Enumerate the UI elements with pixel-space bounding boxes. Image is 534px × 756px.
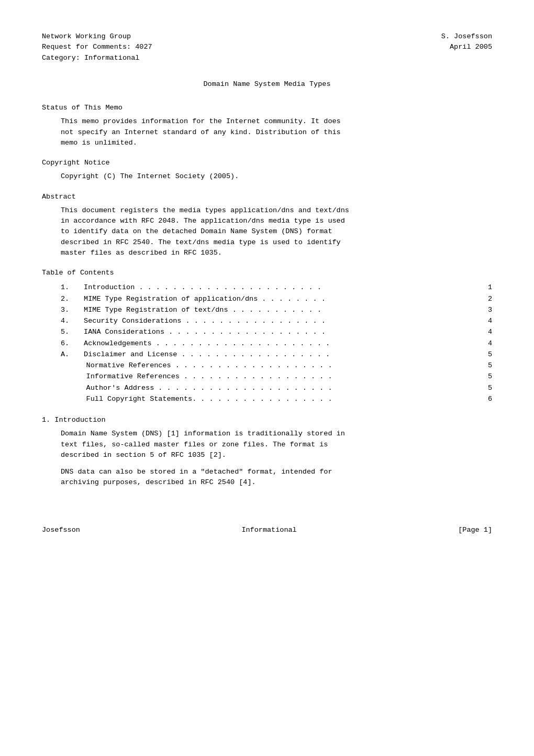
toc-row: Normative References . . . . . . . . . .…	[61, 360, 492, 371]
section1-para2: DNS data can also be stored in a "detach…	[61, 467, 492, 488]
copyright-label: Copyright Notice	[42, 158, 492, 168]
toc-row: Author's Address . . . . . . . . . . . .…	[61, 383, 492, 393]
author: S. Josefsson	[441, 31, 492, 42]
toc-row: 5. IANA Considerations . . . . . . . . .…	[61, 327, 492, 337]
footer-center: Informational	[241, 525, 296, 535]
category: Category: Informational	[42, 53, 152, 63]
toc-row: Informative References . . . . . . . . .…	[61, 371, 492, 382]
date: April 2005	[441, 42, 492, 52]
toc-row: 1. Introduction . . . . . . . . . . . . …	[61, 282, 492, 293]
table-of-contents: 1. Introduction . . . . . . . . . . . . …	[61, 282, 492, 404]
page-header: Network Working Group Request for Commen…	[42, 31, 492, 63]
working-group: Network Working Group	[42, 31, 152, 42]
abstract-label: Abstract	[42, 192, 492, 202]
abstract-text: This document registers the media types …	[61, 205, 492, 258]
toc-row: A. Disclaimer and License . . . . . . . …	[61, 349, 492, 360]
toc-label: Table of Contents	[42, 268, 492, 278]
footer-left: Josefsson	[42, 525, 80, 535]
section1-label: 1. Introduction	[42, 415, 492, 425]
status-label: Status of This Memo	[42, 103, 492, 113]
toc-row: Full Copyright Statements. . . . . . . .…	[61, 394, 492, 404]
copyright-text: Copyright (C) The Internet Society (2005…	[61, 171, 492, 182]
rfc-number: Request for Comments: 4027	[42, 42, 152, 52]
header-right: S. Josefsson April 2005	[441, 31, 492, 63]
header-left: Network Working Group Request for Commen…	[42, 31, 152, 63]
toc-row: 4. Security Considerations . . . . . . .…	[61, 316, 492, 326]
toc-row: 3. MIME Type Registration of text/dns . …	[61, 305, 492, 315]
status-text: This memo provides information for the I…	[61, 116, 492, 148]
footer-right: [Page 1]	[458, 525, 492, 535]
page-footer: Josefsson Informational [Page 1]	[42, 520, 492, 535]
toc-row: 2. MIME Type Registration of application…	[61, 294, 492, 304]
document-title: Domain Name System Media Types	[42, 79, 492, 90]
toc-row: 6. Acknowledgements . . . . . . . . . . …	[61, 338, 492, 349]
section1-para1: Domain Name System (DNS) [1] information…	[61, 429, 492, 461]
